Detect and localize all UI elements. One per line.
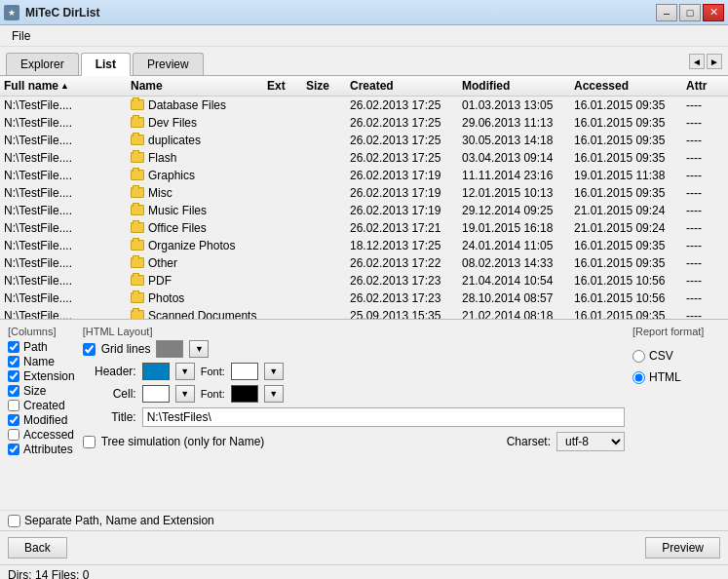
table-row[interactable]: N:\TestFile.... PDF 26.02.2013 17:23 21.…: [0, 272, 728, 290]
column-checkbox-item[interactable]: Attributes: [8, 443, 75, 456]
column-label-accessed: Accessed: [23, 428, 74, 442]
cell-accessed: 16.01.2015 09:35: [570, 150, 682, 166]
gridlines-color-box[interactable]: [156, 340, 183, 358]
col-header-fullname[interactable]: Full name ▲: [0, 78, 127, 94]
column-checkbox-item[interactable]: Name: [8, 355, 75, 368]
close-button[interactable]: ✕: [703, 4, 724, 21]
cell-size: [302, 227, 346, 229]
title-input[interactable]: [142, 407, 625, 427]
file-table-scroll[interactable]: N:\TestFile.... Database Files 26.02.201…: [0, 96, 728, 319]
column-checkbox-size[interactable]: [8, 385, 19, 397]
tab-preview[interactable]: Preview: [133, 53, 204, 75]
folder-icon: [131, 310, 144, 319]
cell-created: 26.02.2013 17:25: [346, 133, 458, 148]
table-row[interactable]: N:\TestFile.... Dev Files 26.02.2013 17:…: [0, 114, 728, 132]
column-label-attributes: Attributes: [23, 443, 73, 456]
col-header-created[interactable]: Created: [346, 78, 458, 94]
menu-file[interactable]: File: [4, 27, 38, 45]
column-checkbox-modified[interactable]: [8, 414, 19, 426]
table-row[interactable]: N:\TestFile.... Photos 26.02.2013 17:23 …: [0, 290, 728, 307]
treesim-checkbox[interactable]: [83, 436, 96, 448]
charset-select[interactable]: utf-8: [556, 432, 625, 451]
table-row[interactable]: N:\TestFile.... Music Files 26.02.2013 1…: [0, 202, 728, 219]
cell-name: Scanned Documents: [127, 308, 263, 320]
file-table-header: Full name ▲ Name Ext Size Created Modifi…: [0, 76, 728, 96]
cell-size: [302, 139, 346, 141]
cell-attr: ----: [682, 168, 728, 183]
radio-csv[interactable]: CSV: [632, 349, 720, 363]
column-checkbox-item[interactable]: Extension: [8, 369, 75, 383]
table-row[interactable]: N:\TestFile.... Misc 26.02.2013 17:19 12…: [0, 184, 728, 202]
column-checkbox-item[interactable]: Accessed: [8, 428, 75, 442]
cell-attr: ----: [682, 115, 728, 131]
gridlines-checkbox[interactable]: [83, 343, 96, 356]
col-header-modified[interactable]: Modified: [458, 78, 570, 94]
cell-name: PDF: [127, 273, 263, 289]
col-header-name[interactable]: Name: [127, 78, 263, 94]
table-row[interactable]: N:\TestFile.... Database Files 26.02.201…: [0, 96, 728, 114]
maximize-button[interactable]: □: [679, 4, 701, 21]
cell-bg-color-box[interactable]: [142, 385, 170, 403]
minimize-button[interactable]: –: [656, 4, 677, 21]
header-bg-color-dropdown[interactable]: ▼: [175, 363, 195, 380]
cell-bg-color-dropdown[interactable]: ▼: [175, 385, 195, 403]
folder-icon: [131, 275, 144, 286]
cell-font-color-dropdown[interactable]: ▼: [264, 385, 284, 403]
header-font-color-dropdown[interactable]: ▼: [264, 363, 284, 380]
radio-csv-input[interactable]: [632, 350, 645, 363]
separate-path-checkbox[interactable]: [8, 515, 20, 527]
table-row[interactable]: N:\TestFile.... Organize Photos 18.12.20…: [0, 237, 728, 254]
cell-modified: 11.11.2014 23:16: [458, 168, 570, 183]
cell-ext: [263, 122, 302, 124]
column-checkbox-extension[interactable]: [8, 370, 19, 382]
folder-icon: [131, 99, 144, 110]
column-checkbox-item[interactable]: Modified: [8, 413, 75, 427]
column-checkbox-attributes[interactable]: [8, 444, 19, 455]
tab-explorer[interactable]: Explorer: [6, 53, 79, 75]
treesim-label[interactable]: Tree simulation (only for Name): [101, 435, 265, 448]
column-checkbox-item[interactable]: Size: [8, 384, 75, 398]
cell-fullname: N:\TestFile....: [0, 273, 127, 289]
cell-ext: [263, 227, 302, 229]
tab-list[interactable]: List: [81, 53, 131, 76]
back-button[interactable]: Back: [8, 537, 67, 559]
cell-accessed: 16.01.2015 09:35: [570, 238, 682, 253]
report-format-label: [Report format]: [632, 326, 720, 337]
table-row[interactable]: N:\TestFile.... Scanned Documents 25.09.…: [0, 307, 728, 319]
table-row[interactable]: N:\TestFile.... Office Files 26.02.2013 …: [0, 219, 728, 237]
header-bg-color-box[interactable]: [142, 363, 170, 380]
cell-created: 26.02.2013 17:25: [346, 115, 458, 131]
cell-attr: ----: [682, 290, 728, 306]
menubar: File: [0, 25, 728, 47]
table-row[interactable]: N:\TestFile.... Graphics 26.02.2013 17:1…: [0, 167, 728, 184]
cell-created: 18.12.2013 17:25: [346, 238, 458, 253]
cell-name: Other: [127, 255, 263, 271]
col-header-ext[interactable]: Ext: [263, 78, 302, 94]
cell-size: [302, 210, 346, 212]
col-header-accessed[interactable]: Accessed: [570, 78, 682, 94]
table-row[interactable]: N:\TestFile.... Other 26.02.2013 17:22 0…: [0, 254, 728, 272]
column-label-extension: Extension: [23, 369, 75, 383]
column-checkbox-item[interactable]: Created: [8, 399, 75, 412]
radio-html-input[interactable]: [632, 371, 645, 384]
column-checkbox-item[interactable]: Path: [8, 340, 75, 354]
gridlines-color-dropdown[interactable]: ▼: [189, 340, 209, 358]
tab-scroll-right[interactable]: ►: [707, 54, 722, 69]
column-checkbox-name[interactable]: [8, 356, 19, 367]
column-checkbox-path[interactable]: [8, 341, 19, 353]
separate-path-label[interactable]: Separate Path, Name and Extension: [24, 514, 214, 527]
radio-html[interactable]: HTML: [632, 370, 720, 384]
preview-button[interactable]: Preview: [645, 537, 720, 559]
column-checkbox-created[interactable]: [8, 400, 19, 411]
cell-attr: ----: [682, 273, 728, 289]
gridlines-label[interactable]: Grid lines: [101, 342, 151, 356]
cell-font-color-box[interactable]: [231, 385, 258, 403]
header-font-color-box[interactable]: [231, 363, 258, 380]
col-header-attr[interactable]: Attr: [682, 78, 728, 94]
column-checkbox-accessed[interactable]: [8, 429, 19, 441]
table-row[interactable]: N:\TestFile.... Flash 26.02.2013 17:25 0…: [0, 149, 728, 167]
col-header-size[interactable]: Size: [302, 78, 346, 94]
tab-scroll-left[interactable]: ◄: [689, 54, 705, 69]
table-row[interactable]: N:\TestFile.... duplicates 26.02.2013 17…: [0, 132, 728, 149]
cell-created: 26.02.2013 17:21: [346, 220, 458, 236]
